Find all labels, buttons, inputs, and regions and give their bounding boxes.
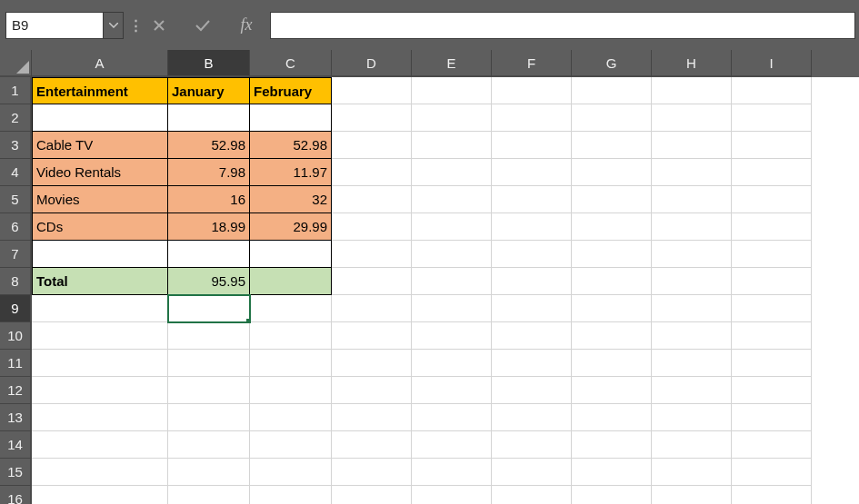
cell[interactable]: Video Rentals xyxy=(32,159,168,186)
cell[interactable] xyxy=(32,404,168,431)
cell[interactable] xyxy=(652,77,732,104)
cell[interactable] xyxy=(652,186,732,213)
cell[interactable] xyxy=(168,459,250,486)
cell[interactable] xyxy=(572,350,652,377)
cell[interactable]: 52.98 xyxy=(168,132,250,159)
cell[interactable] xyxy=(412,295,492,322)
cell[interactable]: 29.99 xyxy=(250,213,332,241)
cell[interactable] xyxy=(572,186,652,213)
cell[interactable] xyxy=(250,104,332,132)
cell[interactable] xyxy=(32,459,168,486)
cell[interactable] xyxy=(652,132,732,159)
cell[interactable] xyxy=(250,459,332,486)
insert-function-button[interactable]: fx xyxy=(235,15,257,36)
cell[interactable] xyxy=(732,213,812,241)
cell[interactable] xyxy=(168,486,250,504)
cell[interactable] xyxy=(572,213,652,241)
cell[interactable] xyxy=(332,377,412,404)
cell[interactable] xyxy=(732,295,812,322)
column-header-H[interactable]: H xyxy=(652,50,732,77)
cell[interactable] xyxy=(412,77,492,104)
cell[interactable]: Total xyxy=(32,268,168,295)
cell[interactable] xyxy=(572,241,652,268)
cell[interactable]: 18.99 xyxy=(168,213,250,241)
cell[interactable] xyxy=(572,486,652,504)
cell[interactable] xyxy=(32,241,168,268)
row-header-3[interactable]: 3 xyxy=(0,132,32,159)
cell[interactable] xyxy=(652,431,732,459)
row-header-1[interactable]: 1 xyxy=(0,77,32,104)
cell[interactable] xyxy=(168,377,250,404)
cell[interactable] xyxy=(332,322,412,350)
cell[interactable] xyxy=(332,431,412,459)
row-header-4[interactable]: 4 xyxy=(0,159,32,186)
row-header-11[interactable]: 11 xyxy=(0,350,32,377)
cell[interactable] xyxy=(572,404,652,431)
cell[interactable] xyxy=(168,322,250,350)
cell[interactable] xyxy=(332,77,412,104)
cell[interactable] xyxy=(32,104,168,132)
cell[interactable] xyxy=(32,295,168,322)
cell[interactable] xyxy=(492,241,572,268)
cell[interactable] xyxy=(652,404,732,431)
cell[interactable] xyxy=(732,322,812,350)
cell[interactable] xyxy=(412,104,492,132)
column-header-F[interactable]: F xyxy=(492,50,572,77)
cell[interactable]: 95.95 xyxy=(168,268,250,295)
row-header-16[interactable]: 16 xyxy=(0,486,32,504)
cancel-edit-button[interactable] xyxy=(148,15,170,36)
cell[interactable]: Movies xyxy=(32,186,168,213)
cell[interactable] xyxy=(412,486,492,504)
cell[interactable] xyxy=(732,104,812,132)
cell[interactable]: Entertainment xyxy=(32,77,168,104)
cell[interactable] xyxy=(572,268,652,295)
cell[interactable] xyxy=(250,241,332,268)
column-header-D[interactable]: D xyxy=(332,50,412,77)
cell[interactable] xyxy=(652,104,732,132)
cell[interactable] xyxy=(168,295,250,322)
cell[interactable] xyxy=(412,459,492,486)
cell[interactable] xyxy=(572,159,652,186)
cell[interactable] xyxy=(732,132,812,159)
cell[interactable] xyxy=(732,404,812,431)
cell[interactable] xyxy=(250,404,332,431)
row-header-5[interactable]: 5 xyxy=(0,186,32,213)
cell[interactable] xyxy=(572,459,652,486)
cell[interactable]: CDs xyxy=(32,213,168,241)
cell[interactable] xyxy=(32,377,168,404)
cell[interactable] xyxy=(492,350,572,377)
cell[interactable] xyxy=(572,77,652,104)
cell[interactable] xyxy=(412,159,492,186)
formula-input[interactable] xyxy=(270,12,855,39)
cell[interactable] xyxy=(332,268,412,295)
cell[interactable] xyxy=(732,186,812,213)
cell[interactable] xyxy=(652,322,732,350)
column-header-C[interactable]: C xyxy=(250,50,332,77)
cell[interactable] xyxy=(332,486,412,504)
cell[interactable] xyxy=(32,322,168,350)
cell[interactable] xyxy=(732,241,812,268)
cell[interactable] xyxy=(652,241,732,268)
cell[interactable] xyxy=(250,322,332,350)
row-header-8[interactable]: 8 xyxy=(0,268,32,295)
cell[interactable] xyxy=(168,404,250,431)
cell[interactable] xyxy=(492,213,572,241)
cell[interactable] xyxy=(652,268,732,295)
select-all-corner[interactable] xyxy=(0,50,32,77)
cell[interactable] xyxy=(572,295,652,322)
cell[interactable] xyxy=(492,431,572,459)
cell[interactable] xyxy=(250,268,332,295)
cell[interactable] xyxy=(492,295,572,322)
cell[interactable] xyxy=(332,350,412,377)
column-header-G[interactable]: G xyxy=(572,50,652,77)
row-header-6[interactable]: 6 xyxy=(0,213,32,241)
cell[interactable] xyxy=(492,322,572,350)
cell[interactable] xyxy=(250,350,332,377)
cell[interactable] xyxy=(492,404,572,431)
cell[interactable]: January xyxy=(168,77,250,104)
cell[interactable] xyxy=(732,350,812,377)
cell[interactable] xyxy=(412,268,492,295)
cell[interactable] xyxy=(492,104,572,132)
cell[interactable] xyxy=(332,459,412,486)
cell[interactable] xyxy=(332,186,412,213)
